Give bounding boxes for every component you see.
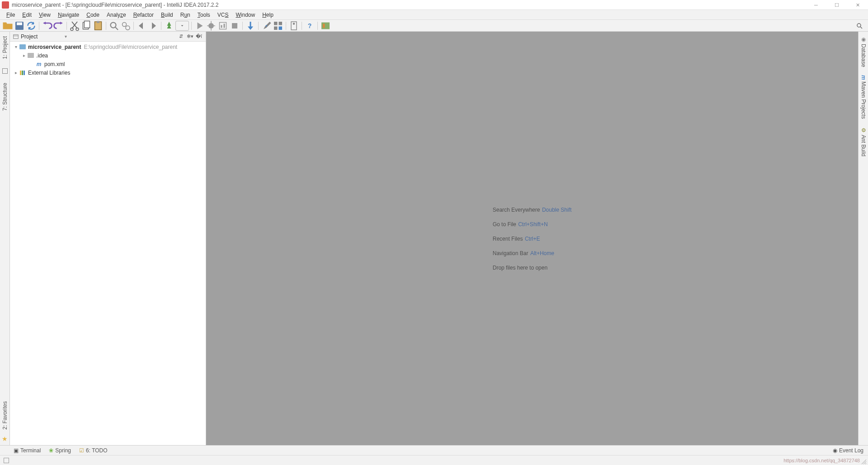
project-collapse-icon[interactable] [2,68,8,74]
svg-point-23 [857,24,861,27]
svg-point-20 [293,23,295,25]
sync-icon[interactable] [26,21,37,31]
stop-icon[interactable] [229,21,240,31]
coverage-icon[interactable] [217,21,228,31]
gear-icon[interactable]: ✻▾ [186,33,194,41]
node-label: External Libraries [28,70,70,76]
svg-rect-7 [97,21,99,23]
close-button[interactable]: ✕ [847,0,868,10]
back-icon[interactable] [136,21,147,31]
redo-icon[interactable] [53,21,64,31]
maximize-button[interactable]: ☐ [826,0,847,10]
tree-root[interactable]: ▾ microservice_parent E:\springcloudFile… [10,43,206,51]
hide-icon[interactable]: �î [195,33,203,41]
hint-drop-files: Drop files here to open [493,263,572,271]
svg-point-10 [126,26,130,30]
project-structure-icon[interactable] [273,21,283,31]
menu-tools[interactable]: Tools [194,11,214,19]
save-icon[interactable] [14,21,25,31]
window-title: microservice_parent - [E:\springcloudFil… [12,2,219,8]
menu-window[interactable]: Window [232,11,259,19]
right-tool-gutter: ◉Database mMaven Projects ⚙Ant Build [858,32,868,445]
folder-icon [27,52,34,59]
cut-icon[interactable] [69,21,80,31]
module-icon [19,44,26,50]
run-icon[interactable] [194,21,205,31]
svg-point-11 [208,23,214,28]
resize-grip-icon[interactable] [862,460,866,464]
project-panel-header: Project ▾ ⇵ ✻▾ �î [10,32,206,42]
chevron-down-icon[interactable]: ▾ [13,44,19,49]
editor-empty-area[interactable]: Search Everywhere Double Shift Go to Fil… [206,32,858,445]
event-log-button[interactable]: ◉ Event Log [833,447,863,454]
tree-node-idea[interactable]: ▸ .idea [10,51,206,60]
menu-refactor[interactable]: Refactor [130,11,157,19]
tool-windows-toggle-icon[interactable] [4,458,9,463]
debug-icon[interactable] [206,21,217,31]
hint-go-to-file: Go to File Ctrl+Shift+N [493,220,572,228]
svg-rect-12 [220,22,226,29]
sdk-icon[interactable] [288,21,299,31]
menu-vcs[interactable]: VCS [214,11,232,19]
settings-icon[interactable] [261,21,272,31]
menu-view[interactable]: View [35,11,54,19]
menu-edit[interactable]: Edit [19,11,35,19]
help-icon[interactable]: ? [304,21,315,31]
menu-build[interactable]: Build [157,11,177,19]
left-tool-gutter: 1: Project 7: Structure 2: Favorites ★ [0,32,10,445]
svg-rect-17 [274,26,278,30]
svg-rect-21 [321,22,330,29]
undo-icon[interactable] [42,21,52,31]
svg-point-14 [266,25,267,26]
scroll-from-source-icon[interactable]: ⇵ [177,33,185,41]
project-view-icon [13,33,19,40]
tree-node-pom[interactable]: m pom.xml [10,60,206,68]
find-icon[interactable] [108,21,119,31]
forward-icon[interactable] [148,21,159,31]
view-mode-dropdown[interactable]: ▾ [65,34,67,39]
svg-rect-1 [17,22,22,25]
build-icon[interactable] [164,21,175,31]
hint-recent-files: Recent Files Ctrl+E [493,234,572,242]
app-icon [2,1,9,9]
tab-structure[interactable]: 7: Structure [1,80,9,114]
tab-favorites[interactable]: 2: Favorites [1,399,9,432]
tab-spring[interactable]: ❀Spring [49,447,71,454]
hint-navigation-bar: Navigation Bar Alt+Home [493,249,572,257]
chevron-right-icon[interactable]: ▸ [13,70,19,75]
svg-rect-16 [279,22,283,25]
project-tree[interactable]: ▾ microservice_parent E:\springcloudFile… [10,42,206,78]
replace-icon[interactable] [120,21,131,31]
node-label: .idea [36,52,48,59]
svg-rect-13 [232,23,237,28]
svg-rect-27 [24,71,25,75]
vcs-update-icon[interactable] [245,21,256,31]
paste-icon[interactable] [93,21,104,31]
open-icon[interactable] [2,21,13,31]
tab-database[interactable]: ◉Database [859,33,868,70]
svg-rect-25 [20,71,21,75]
tab-terminal[interactable]: ▣Terminal [14,447,41,454]
node-label: pom.xml [44,61,65,67]
run-config-dropdown[interactable] [175,21,189,31]
menu-navigate[interactable]: Navigate [54,11,83,19]
menu-analyze[interactable]: Analyze [103,11,130,19]
menu-file[interactable]: File [3,11,19,19]
tree-external-libs[interactable]: ▸ External Libraries [10,68,206,77]
tab-maven[interactable]: mMaven Projects [859,72,868,121]
chevron-right-icon[interactable]: ▸ [21,53,27,58]
menu-code[interactable]: Code [83,11,103,19]
menu-run[interactable]: Run [177,11,194,19]
project-panel-title: Project [21,33,38,40]
jrebel-icon[interactable] [320,21,331,31]
menu-help[interactable]: Help [259,11,277,19]
search-everywhere-icon[interactable] [854,21,865,31]
minimize-button[interactable]: ─ [806,0,826,10]
menubar: File Edit View Navigate Code Analyze Ref… [0,10,868,20]
copy-icon[interactable] [81,21,92,31]
maven-file-icon: m [35,61,42,67]
tab-todo[interactable]: ☑6: TODO [79,447,108,454]
tab-ant[interactable]: ⚙Ant Build [859,124,868,159]
tab-project[interactable]: 1: Project [1,33,9,62]
status-bar: https://blog.csdn.net/qq_34872748 [0,455,868,465]
